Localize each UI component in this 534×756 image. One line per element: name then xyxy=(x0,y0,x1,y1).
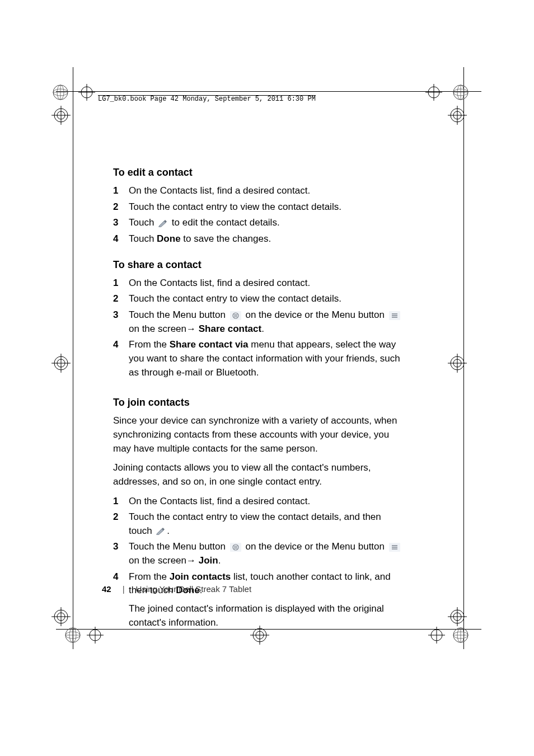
step-text-part: Touch the Menu button xyxy=(129,309,228,320)
page-content: To edit a contact 1 On the Contacts list… xyxy=(113,165,404,641)
list-item: 4 From the Share contact via menu that a… xyxy=(113,338,404,379)
list-item: 4 From the Join contacts list, touch ano… xyxy=(113,570,404,630)
step-text: On the Contacts list, find a desired con… xyxy=(129,184,404,198)
step-text-part: Touch the Menu button xyxy=(129,541,228,552)
step-text-after: The joined contact's information is disp… xyxy=(129,603,384,628)
trim-line-left xyxy=(73,67,73,649)
registration-mark-icon xyxy=(448,354,467,373)
corner-reg-icon xyxy=(78,84,95,101)
corner-globe-icon xyxy=(452,84,469,101)
footer-separator: | xyxy=(123,584,125,594)
join-steps: 1 On the Contacts list, find a desired c… xyxy=(113,495,404,630)
step-text-pre: From the xyxy=(129,339,170,350)
step-text: From the Join contacts list, touch anoth… xyxy=(129,570,404,630)
trim-line-top xyxy=(56,91,481,92)
step-number: 2 xyxy=(113,510,129,524)
step-text-post: . xyxy=(167,525,170,536)
step-text-part: on the device or the Menu button xyxy=(245,309,387,320)
join-intro-2: Joining contacts allows you to view all … xyxy=(113,461,404,489)
registration-mark-icon xyxy=(51,354,71,373)
step-text: Touch the Menu button on the device or t… xyxy=(129,540,404,567)
step-text: Touch the Menu button on the device or t… xyxy=(129,308,404,336)
step-text-bold: Done xyxy=(157,233,181,244)
corner-reg-icon xyxy=(87,627,104,644)
list-item: 1 On the Contacts list, find a desired c… xyxy=(113,495,404,509)
pencil-icon xyxy=(158,219,168,227)
step-number: 3 xyxy=(113,308,129,322)
footer-title: Using Your Dell Streak 7 Tablet xyxy=(136,584,252,594)
corner-globe-icon xyxy=(52,84,69,101)
registration-mark-icon xyxy=(51,607,71,626)
step-text-bold: Share contact via xyxy=(170,339,249,350)
step-text-bold: Join xyxy=(199,555,218,566)
step-text: Touch Done to save the changes. xyxy=(129,232,404,246)
step-number: 2 xyxy=(113,200,129,214)
section-title-join: To join contacts xyxy=(113,395,404,410)
join-intro-1: Since your device can synchronize with a… xyxy=(113,414,404,456)
step-number: 1 xyxy=(113,276,129,290)
step-text: On the Contacts list, find a desired con… xyxy=(129,276,404,290)
list-item: 3 Touch the Menu button on the device or… xyxy=(113,308,404,336)
section-title-edit: To edit a contact xyxy=(113,165,404,180)
registration-mark-icon xyxy=(448,106,467,125)
step-number: 1 xyxy=(113,184,129,198)
section-title-share: To share a contact xyxy=(113,257,404,272)
corner-reg-icon xyxy=(425,84,442,101)
step-text-bold: Share contact xyxy=(199,323,261,334)
registration-mark-icon xyxy=(448,607,467,626)
step-text-part: on the device or the Menu button xyxy=(245,541,387,552)
step-number: 2 xyxy=(113,292,129,306)
step-text-post: to edit the contact details. xyxy=(172,217,280,228)
step-text-part: on the screen xyxy=(129,323,186,334)
list-item: 3 Touch the Menu button on the device or… xyxy=(113,540,404,567)
list-item: 3 Touch to edit the contact details. xyxy=(113,216,404,230)
step-text-pre: Touch xyxy=(129,233,157,244)
list-item: 2 Touch the contact entry to view the co… xyxy=(113,200,404,214)
corner-reg-icon xyxy=(428,627,445,644)
list-item: 4 Touch Done to save the changes. xyxy=(113,232,404,246)
step-text: On the Contacts list, find a desired con… xyxy=(129,495,404,509)
menu-software-icon xyxy=(389,543,400,552)
page: LG7_bk0.book Page 42 Monday, September 5… xyxy=(0,0,534,756)
step-text: Touch to edit the contact details. xyxy=(129,216,404,230)
step-text-tail: . xyxy=(261,323,264,334)
menu-hardware-icon xyxy=(230,311,241,320)
corner-globe-icon xyxy=(64,627,81,644)
step-number: 3 xyxy=(113,540,129,554)
list-item: 1 On the Contacts list, find a desired c… xyxy=(113,276,404,290)
corner-globe-icon xyxy=(452,627,469,644)
registration-mark-icon xyxy=(51,106,71,125)
step-number: 4 xyxy=(113,570,129,584)
step-text-bold: Join contacts xyxy=(170,571,231,582)
page-footer: 42 | Using Your Dell Streak 7 Tablet xyxy=(102,584,251,594)
menu-software-icon xyxy=(389,311,400,320)
list-item: 2 Touch the contact entry to view the co… xyxy=(113,510,404,538)
step-number: 1 xyxy=(113,495,129,509)
step-number: 3 xyxy=(113,216,129,230)
arrow-icon: → xyxy=(186,555,199,566)
step-text: From the Share contact via menu that app… xyxy=(129,338,404,379)
step-text: Touch the contact entry to view the cont… xyxy=(129,292,404,306)
edit-steps: 1 On the Contacts list, find a desired c… xyxy=(113,184,404,246)
step-text-pre: Touch xyxy=(129,217,157,228)
list-item: 2 Touch the contact entry to view the co… xyxy=(113,292,404,306)
print-header: LG7_bk0.book Page 42 Monday, September 5… xyxy=(98,95,316,102)
step-text: Touch the contact entry to view the cont… xyxy=(129,200,404,214)
step-number: 4 xyxy=(113,338,129,352)
step-text-post: to save the changes. xyxy=(181,233,271,244)
step-text-tail: . xyxy=(218,555,221,566)
step-text: Touch the contact entry to view the cont… xyxy=(129,510,404,538)
step-text-part: on the screen xyxy=(129,555,186,566)
menu-hardware-icon xyxy=(230,543,241,552)
list-item: 1 On the Contacts list, find a desired c… xyxy=(113,184,404,198)
page-number: 42 xyxy=(102,584,111,594)
step-number: 4 xyxy=(113,232,129,246)
arrow-icon: → xyxy=(186,323,199,334)
pencil-icon xyxy=(156,527,166,535)
step-text-pre: From the xyxy=(129,571,170,582)
share-steps: 1 On the Contacts list, find a desired c… xyxy=(113,276,404,379)
